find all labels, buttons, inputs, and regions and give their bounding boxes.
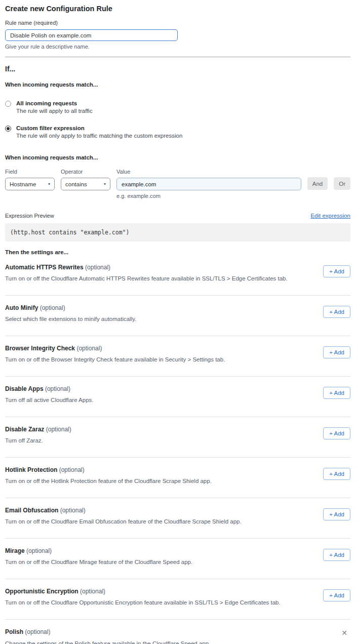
builder-heading: When incoming requests match... [5,154,350,160]
setting-description: Turn on or off the Browser Integrity Che… [5,356,225,363]
setting-name: Email Obfuscation [5,507,58,514]
radio-label: All incoming requests [16,100,93,106]
setting-name: Automatic HTTPS Rewrites [5,264,84,271]
setting-name: Polish [5,628,23,635]
rule-name-input[interactable] [5,29,178,41]
setting-item-hotlink-protection: Hotlink Protection (optional) Turn on or… [5,458,350,498]
match-heading: When incoming requests match... [5,82,350,88]
optional-label: (optional) [26,547,52,554]
chevron-down-icon: ▾ [104,182,106,186]
optional-label: (optional) [45,385,70,392]
value-label: Value [116,169,301,175]
optional-label: (optional) [59,466,85,473]
edit-expression-link[interactable]: Edit expression [310,213,350,219]
add-button[interactable]: + Add [323,265,350,277]
setting-name: Opportunistic Encryption [5,588,78,595]
expression-builder: When incoming requests match... Field Ho… [5,154,350,199]
setting-description: Turn off all active Cloudflare Apps. [5,397,94,403]
chevron-down-icon: ▾ [48,182,50,186]
setting-item-browser-integrity-check: Browser Integrity Check (optional) Turn … [5,336,350,377]
optional-label: (optional) [40,304,65,311]
expression-preview-code: (http.host contains "example.com") [5,223,350,242]
add-button[interactable]: + Add [323,508,350,520]
setting-description: Turn on or off the Cloudflare Opportunis… [5,599,281,606]
setting-item-email-obfuscation: Email Obfuscation (optional) Turn on or … [5,498,350,539]
setting-description: Turn on or off the Cloudflare Mirage fea… [5,559,192,565]
request-match-radio-group: All incoming requests The rule will appl… [5,100,350,139]
setting-description: Turn on or off the Cloudflare Automatic … [5,275,288,281]
rule-name-label: Rule name (required) [5,20,350,26]
setting-item-automatic-https-rewrites: Automatic HTTPS Rewrites (optional) Turn… [5,255,350,296]
operator-label: Operator [61,169,110,175]
add-button[interactable]: + Add [323,346,350,358]
setting-item-mirage: Mirage (optional) Turn on or off the Clo… [5,539,350,579]
radio-custom-filter-expression[interactable]: Custom filter expression The rule will o… [5,125,350,139]
optional-label: (optional) [60,507,86,514]
setting-description: Turn on or off the Cloudflare Email Obfu… [5,518,242,525]
add-button[interactable]: + Add [323,306,350,318]
add-button[interactable]: + Add [323,387,350,399]
setting-item-opportunistic-encryption: Opportunistic Encryption (optional) Turn… [5,579,350,620]
radio-all-incoming-requests[interactable]: All incoming requests The rule will appl… [5,100,350,114]
add-button[interactable]: + Add [323,427,350,439]
add-button[interactable]: + Add [323,468,350,480]
radio-description: The rule will apply to all traffic [16,108,93,114]
radio-label: Custom filter expression [16,125,182,131]
optional-label: (optional) [76,345,102,352]
radio-icon[interactable] [5,126,11,132]
value-input[interactable] [116,178,301,190]
optional-label: (optional) [80,588,105,595]
if-heading: If... [5,65,350,73]
setting-description: Change the settings of the Polish featur… [5,640,350,644]
setting-item-auto-minify: Auto Minify (optional) Select which file… [5,296,350,336]
setting-name: Mirage [5,547,25,554]
operator-select-value: contains [65,181,87,187]
configuration-rule-form: Create new Configuration Rule Rule name … [0,0,357,644]
rule-name-helper: Give your rule a descriptive name. [5,44,350,50]
operator-select[interactable]: contains ▾ [61,178,110,190]
expression-preview-header: Expression Preview Edit expression [5,213,350,219]
setting-description: Turn off Zaraz. [5,437,71,444]
and-button[interactable]: And [307,177,328,190]
setting-name: Browser Integrity Check [5,345,75,352]
settings-heading: Then the settings are... [5,249,350,255]
field-label: Field [5,169,55,175]
add-button[interactable]: + Add [323,549,350,561]
setting-item-polish: Polish (optional) ✕ Change the settings … [5,620,350,644]
expression-preview-label: Expression Preview [5,213,54,219]
close-icon[interactable]: ✕ [339,628,349,637]
setting-description: Select which file extensions to minify a… [5,316,136,322]
setting-name: Disable Apps [5,385,44,392]
setting-item-disable-zaraz: Disable Zaraz (optional) Turn off Zaraz.… [5,417,350,458]
setting-description: Turn on or off the Hotlink Protection fe… [5,478,212,484]
field-select-value: Hostname [10,181,36,187]
optional-label: (optional) [46,426,71,433]
radio-icon[interactable] [5,101,11,107]
field-select[interactable]: Hostname ▾ [5,178,55,190]
setting-name: Hotlink Protection [5,466,57,473]
setting-item-disable-apps: Disable Apps (optional) Turn off all act… [5,377,350,417]
or-button[interactable]: Or [334,177,350,190]
setting-name: Auto Minify [5,304,38,311]
section-divider [5,57,350,57]
optional-label: (optional) [25,628,50,635]
radio-description: The rule will only apply to traffic matc… [16,133,182,139]
expression-builder-row: Field Hostname ▾ Operator contains ▾ Val… [5,169,350,199]
value-helper: e.g. example.com [116,193,301,199]
setting-name: Disable Zaraz [5,426,44,433]
page-title: Create new Configuration Rule [5,5,350,13]
add-button[interactable]: + Add [323,589,350,601]
optional-label: (optional) [85,264,110,271]
